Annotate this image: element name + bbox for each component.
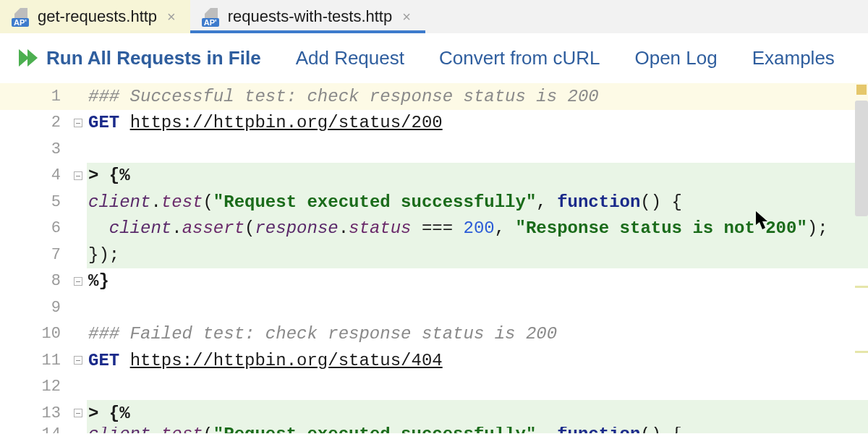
- token: test: [161, 192, 203, 212]
- http-method: GET: [88, 351, 119, 370]
- code-line[interactable]: 6 client.assert(response.status === 200,…: [0, 216, 868, 242]
- close-icon[interactable]: ×: [399, 9, 414, 25]
- tab-get-requests[interactable]: AP' get-requests.http ×: [0, 0, 190, 33]
- token: (: [244, 218, 255, 238]
- fold-gutter: [69, 136, 87, 163]
- fold-gutter: [69, 294, 87, 321]
- line-number: 7: [0, 242, 69, 268]
- fold-gutter: [69, 427, 87, 434]
- fold-gutter[interactable]: [69, 400, 87, 427]
- token: .: [171, 218, 182, 238]
- token: assert: [182, 218, 244, 238]
- token: client: [109, 218, 171, 238]
- token: client: [88, 427, 150, 434]
- token: "Request executed successfully": [213, 192, 536, 212]
- token: "Response status is not 200": [516, 218, 807, 238]
- script-close: %}: [88, 271, 109, 291]
- line-number: 1: [0, 83, 69, 110]
- fold-gutter: [69, 321, 87, 348]
- fold-minus-icon[interactable]: [74, 356, 82, 365]
- close-icon[interactable]: ×: [164, 9, 179, 25]
- add-request-button[interactable]: Add Request: [296, 47, 404, 69]
- tab-label: requests-with-tests.http: [228, 7, 392, 26]
- token: function: [557, 192, 640, 212]
- examples-button[interactable]: Examples: [752, 47, 835, 69]
- fold-minus-icon[interactable]: [74, 277, 82, 286]
- line-number: 4: [0, 163, 69, 190]
- token: .: [339, 218, 349, 238]
- fold-gutter[interactable]: [69, 163, 87, 190]
- code-line[interactable]: 1 ### Successful test: check response st…: [0, 83, 868, 110]
- indent: [88, 218, 109, 238]
- code-line[interactable]: 14 client.test("Request executed success…: [0, 427, 868, 434]
- fold-gutter: [69, 83, 87, 110]
- request-url[interactable]: https://httpbin.org/status/404: [130, 351, 443, 370]
- fold-gutter[interactable]: [69, 268, 87, 295]
- fold-gutter: [69, 216, 87, 242]
- line-number: 2: [0, 110, 69, 137]
- http-method: GET: [88, 113, 119, 132]
- svg-marker-0: [19, 49, 29, 67]
- code-line[interactable]: 10 ### Failed test: check response statu…: [0, 321, 868, 348]
- code-line[interactable]: 7 });: [0, 242, 868, 268]
- fold-gutter[interactable]: [69, 110, 87, 137]
- token: (: [203, 427, 213, 434]
- fold-gutter[interactable]: [69, 347, 87, 374]
- code-line[interactable]: 12: [0, 374, 868, 401]
- token: [536, 427, 557, 434]
- line-number: 13: [0, 400, 69, 427]
- fold-minus-icon[interactable]: [74, 119, 82, 127]
- code-line[interactable]: 11 GET https://httpbin.org/status/404: [0, 347, 868, 374]
- token: );: [807, 218, 828, 238]
- line-number: 14: [0, 427, 69, 434]
- line-number: 5: [0, 189, 69, 216]
- code-line[interactable]: 8 %}: [0, 268, 868, 295]
- comment-text: ### Failed test: check response status i…: [88, 324, 557, 344]
- convert-curl-button[interactable]: Convert from cURL: [439, 47, 600, 69]
- code-editor[interactable]: 1 ### Successful test: check response st…: [0, 83, 868, 433]
- scrollbar-tick: [855, 351, 868, 353]
- token: () {: [640, 427, 682, 434]
- comment-text: ### Successful test: check response stat…: [88, 87, 599, 106]
- fold-gutter: [69, 374, 87, 401]
- token: () {: [640, 192, 682, 212]
- code-line[interactable]: 2 GET https://httpbin.org/status/200: [0, 110, 868, 137]
- http-file-icon: AP': [12, 8, 30, 25]
- run-double-icon: [17, 46, 41, 69]
- scrollbar-tick: [855, 286, 868, 288]
- editor-tabs: AP' get-requests.http × AP' requests-wit…: [0, 0, 868, 33]
- http-client-toolbar: Run All Requests in File Add Request Con…: [0, 33, 868, 83]
- token: });: [88, 245, 119, 265]
- token: (: [203, 192, 213, 212]
- code-line[interactable]: 9: [0, 294, 868, 321]
- script-open: > {%: [88, 166, 130, 185]
- fold-gutter: [69, 242, 87, 268]
- line-number: 9: [0, 294, 69, 321]
- line-number: 3: [0, 136, 69, 163]
- token: 200: [464, 218, 495, 238]
- fold-minus-icon[interactable]: [74, 171, 82, 180]
- code-line[interactable]: 4 > {%: [0, 163, 868, 190]
- token: ,: [495, 218, 516, 238]
- line-number: 6: [0, 216, 69, 242]
- request-url[interactable]: https://httpbin.org/status/200: [130, 113, 443, 132]
- open-log-button[interactable]: Open Log: [634, 47, 717, 69]
- token: .: [150, 192, 161, 212]
- vertical-scrollbar[interactable]: [855, 83, 868, 433]
- fold-gutter: [69, 189, 87, 216]
- svg-marker-1: [27, 49, 38, 67]
- token: function: [557, 427, 640, 434]
- token: "Request executed successfully": [213, 427, 536, 434]
- code-line[interactable]: 5 client.test("Request executed successf…: [0, 189, 868, 216]
- code-line[interactable]: 3: [0, 136, 868, 163]
- line-number: 10: [0, 321, 69, 348]
- run-all-requests-button[interactable]: Run All Requests in File: [17, 46, 261, 69]
- token: ===: [412, 218, 464, 238]
- tab-requests-with-tests[interactable]: AP' requests-with-tests.http ×: [190, 0, 425, 33]
- code-line[interactable]: 13 > {%: [0, 400, 868, 427]
- fold-minus-icon[interactable]: [74, 409, 82, 417]
- scrollbar-thumb[interactable]: [855, 101, 868, 216]
- tab-label: get-requests.http: [38, 7, 157, 26]
- line-number: 12: [0, 374, 69, 401]
- script-open: > {%: [88, 404, 130, 423]
